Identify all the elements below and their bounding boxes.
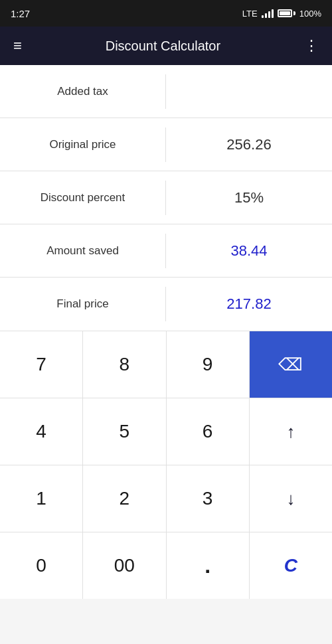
table-row-added-tax[interactable]: Added tax bbox=[0, 65, 332, 118]
row-value-discount-percent: 15% bbox=[166, 179, 332, 217]
app-title: Discount Calculator bbox=[35, 39, 291, 54]
table-row-original-price[interactable]: Original price 256.26 bbox=[0, 118, 332, 171]
row-value-original-price: 256.26 bbox=[166, 125, 332, 164]
key-6[interactable]: 6 bbox=[167, 398, 249, 465]
key-00[interactable]: 00 bbox=[83, 532, 165, 599]
key-0[interactable]: 0 bbox=[0, 532, 82, 599]
battery-label: 100% bbox=[299, 9, 321, 19]
row-label-final-price: Final price bbox=[0, 287, 166, 321]
more-options-icon[interactable]: ⋮ bbox=[301, 35, 321, 57]
hamburger-icon[interactable]: ≡ bbox=[11, 35, 25, 57]
row-label-discount-percent: Discount percent bbox=[0, 181, 166, 215]
table-row-final-price[interactable]: Final price 217.82 bbox=[0, 278, 332, 331]
row-label-added-tax: Added tax bbox=[0, 74, 166, 109]
table-row-discount-percent[interactable]: Discount percent 15% bbox=[0, 171, 332, 224]
key-7[interactable]: 7 bbox=[0, 331, 82, 398]
down-arrow-key[interactable]: ↓ bbox=[250, 465, 332, 532]
backspace-key[interactable]: ⌫ bbox=[250, 331, 332, 398]
up-arrow-key[interactable]: ↑ bbox=[250, 398, 332, 465]
key-4[interactable]: 4 bbox=[0, 398, 82, 465]
key-2[interactable]: 2 bbox=[83, 465, 165, 532]
row-value-final-price: 217.82 bbox=[166, 285, 332, 323]
key-1[interactable]: 1 bbox=[0, 465, 82, 532]
battery-icon bbox=[278, 9, 295, 17]
row-label-amount-saved: Amount saved bbox=[0, 234, 166, 268]
network-label: LTE bbox=[242, 9, 258, 19]
row-label-original-price: Original price bbox=[0, 127, 166, 162]
backspace-icon: ⌫ bbox=[278, 355, 303, 375]
key-8[interactable]: 8 bbox=[83, 331, 165, 398]
key-9[interactable]: 9 bbox=[167, 331, 249, 398]
row-value-added-tax bbox=[166, 81, 332, 102]
data-table: Added tax Original price 256.26 Discount… bbox=[0, 65, 332, 331]
decimal-key[interactable]: . bbox=[167, 532, 249, 599]
row-value-amount-saved: 38.44 bbox=[166, 232, 332, 270]
keypad: 789⌫456↑123↓000.C bbox=[0, 331, 332, 599]
table-row-amount-saved[interactable]: Amount saved 38.44 bbox=[0, 224, 332, 278]
clear-icon: C bbox=[284, 555, 297, 576]
time: 1:27 bbox=[11, 8, 30, 19]
key-3[interactable]: 3 bbox=[167, 465, 249, 532]
down-arrow-icon: ↓ bbox=[286, 489, 295, 509]
signal-icon bbox=[262, 9, 274, 18]
key-5[interactable]: 5 bbox=[83, 398, 165, 465]
clear-key[interactable]: C bbox=[250, 532, 332, 599]
status-right: LTE 100% bbox=[242, 9, 321, 19]
status-bar: 1:27 LTE 100% bbox=[0, 0, 332, 27]
up-arrow-icon: ↑ bbox=[286, 422, 295, 442]
app-bar: ≡ Discount Calculator ⋮ bbox=[0, 27, 332, 65]
decimal-label: . bbox=[205, 554, 210, 578]
